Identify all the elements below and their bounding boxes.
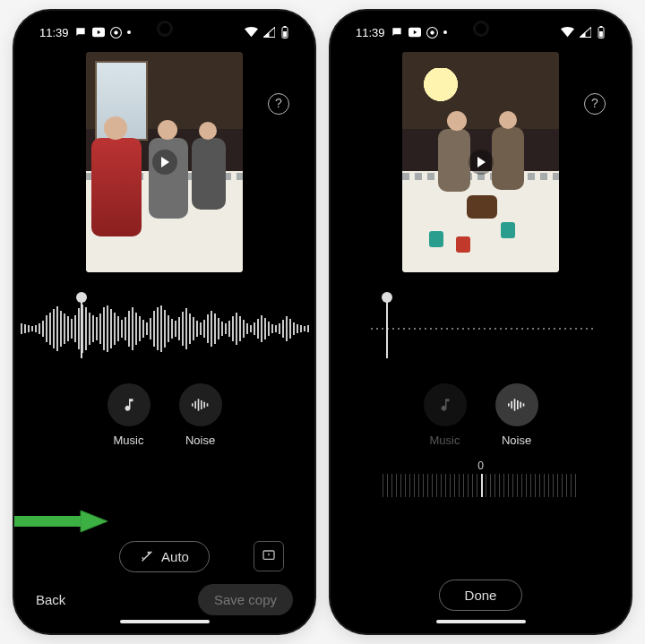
status-right <box>245 26 289 39</box>
content-right: ? <box>336 47 625 628</box>
noise-label: Noise <box>502 434 531 447</box>
svg-point-2 <box>114 30 117 34</box>
auto-label: Auto <box>161 549 189 564</box>
bottom-area-left: Auto Back Save copy <box>20 536 309 615</box>
svg-rect-11 <box>206 403 208 406</box>
svg-rect-18 <box>600 26 603 28</box>
help-button[interactable]: ? <box>584 93 606 115</box>
gesture-handle[interactable] <box>120 620 210 623</box>
noise-chip[interactable]: Noise <box>495 383 538 447</box>
front-camera-hole <box>159 23 170 34</box>
waveform-flat <box>369 328 593 330</box>
svg-rect-9 <box>201 400 202 409</box>
youtube-icon <box>408 27 421 38</box>
music-note-icon <box>121 397 137 413</box>
svg-rect-22 <box>513 399 515 410</box>
status-dot <box>443 30 447 34</box>
svg-rect-19 <box>599 31 603 37</box>
front-camera-hole <box>476 23 486 34</box>
battery-icon <box>597 26 606 39</box>
svg-rect-4 <box>284 26 287 28</box>
magic-wand-icon <box>140 549 154 563</box>
screen-left: 11:39 ? <box>20 16 309 628</box>
phone-left: 11:39 ? <box>14 11 314 633</box>
slider-track[interactable] <box>383 474 580 497</box>
chrome-icon <box>426 27 438 39</box>
done-button[interactable]: Done <box>439 580 523 611</box>
play-icon <box>161 157 169 167</box>
svg-point-16 <box>430 30 434 34</box>
svg-rect-5 <box>283 31 287 37</box>
slider-value: 0 <box>383 459 580 472</box>
play-icon <box>477 157 486 167</box>
gesture-handle[interactable] <box>436 620 526 623</box>
auto-button[interactable]: Auto <box>119 541 210 572</box>
audio-chips: Music Noise <box>424 383 538 447</box>
svg-rect-24 <box>520 402 521 408</box>
waveform <box>20 302 309 356</box>
music-label: Music <box>430 434 460 447</box>
waveform-area[interactable] <box>48 297 281 360</box>
playhead[interactable] <box>386 297 388 358</box>
status-dot <box>127 30 131 34</box>
feedback-button[interactable] <box>254 541 284 571</box>
help-icon: ? <box>275 96 282 110</box>
battery-icon <box>280 26 289 39</box>
help-icon: ? <box>591 96 598 110</box>
svg-rect-7 <box>194 401 196 408</box>
feedback-icon <box>262 549 276 563</box>
done-label: Done <box>465 588 497 603</box>
svg-rect-6 <box>192 403 194 406</box>
svg-rect-20 <box>508 403 510 406</box>
svg-rect-25 <box>522 403 524 406</box>
chat-bubble-icon <box>391 26 403 39</box>
status-left: 11:39 <box>39 26 131 39</box>
chrome-icon <box>110 27 122 39</box>
svg-rect-21 <box>511 401 512 408</box>
svg-rect-8 <box>197 399 199 410</box>
music-chip[interactable]: Music <box>108 383 150 447</box>
help-button[interactable]: ? <box>268 93 289 115</box>
playhead[interactable] <box>81 297 82 358</box>
soundwave-icon <box>192 398 210 412</box>
audio-chips: Music Noise <box>108 383 222 447</box>
noise-chip[interactable]: Noise <box>179 383 222 447</box>
noise-label: Noise <box>185 434 215 447</box>
wifi-icon <box>245 27 258 38</box>
music-note-icon <box>437 397 453 413</box>
save-copy-button[interactable]: Save copy <box>198 584 293 615</box>
status-left: 11:39 <box>356 26 447 39</box>
music-label: Music <box>114 434 144 447</box>
bottom-area-right: Done <box>336 574 625 615</box>
content-left: ? <box>20 47 309 628</box>
music-chip[interactable]: Music <box>424 383 467 447</box>
clock: 11:39 <box>39 26 69 39</box>
wifi-icon <box>561 27 574 38</box>
signal-icon <box>263 27 275 38</box>
waveform-area[interactable] <box>365 297 598 360</box>
video-preview[interactable] <box>86 52 243 272</box>
phone-right: 11:39 ? <box>331 11 631 633</box>
noise-slider[interactable]: 0 <box>383 459 580 497</box>
status-right <box>561 26 606 39</box>
video-preview[interactable] <box>402 52 559 272</box>
back-button[interactable]: Back <box>36 592 65 607</box>
chat-bubble-icon <box>74 26 87 39</box>
youtube-icon <box>92 27 105 38</box>
svg-rect-23 <box>517 400 519 409</box>
signal-icon <box>580 27 591 38</box>
soundwave-icon <box>508 398 526 412</box>
play-button[interactable] <box>469 150 494 175</box>
svg-rect-10 <box>203 402 205 408</box>
clock: 11:39 <box>356 26 385 39</box>
screen-right: 11:39 ? <box>336 16 625 628</box>
play-button[interactable] <box>152 150 177 175</box>
